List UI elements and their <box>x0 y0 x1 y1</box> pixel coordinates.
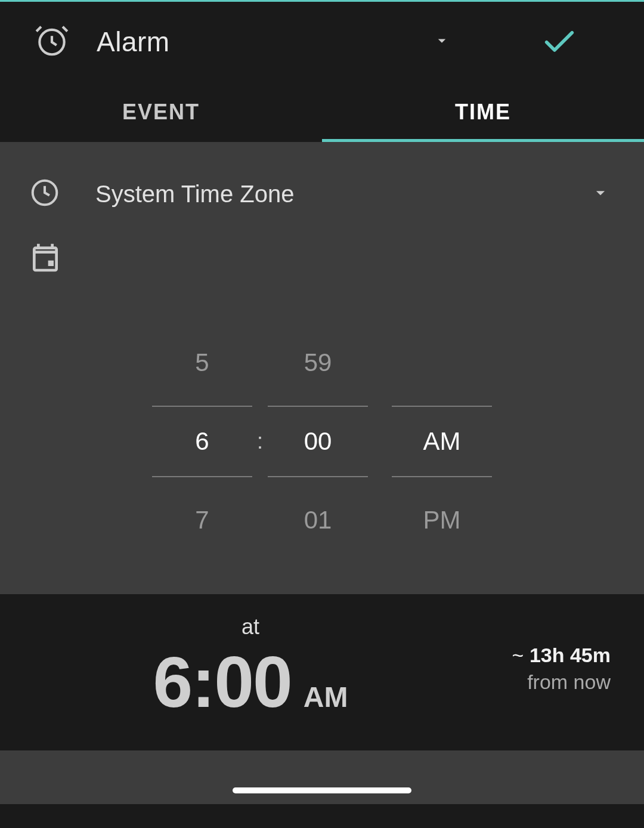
hour-selected: 6 <box>152 406 252 477</box>
summary-time-block: at 6:00 AM <box>33 614 467 723</box>
page-title: Alarm <box>97 26 415 58</box>
alarm-type-dropdown[interactable] <box>415 14 469 70</box>
svg-rect-2 <box>48 261 54 266</box>
tab-time[interactable]: TIME <box>322 82 644 142</box>
minute-selected: 00 <box>268 406 368 477</box>
ampm-selected: AM <box>392 406 492 477</box>
time-separator: : <box>257 429 263 454</box>
chevron-down-icon <box>586 177 615 211</box>
relative-prefix: ~ <box>512 644 530 666</box>
calendar-icon[interactable] <box>29 241 62 277</box>
home-indicator[interactable] <box>233 787 411 793</box>
hour-picker[interactable]: 5 6 7 <box>152 336 252 546</box>
hour-prev: 5 <box>152 336 252 389</box>
summary-relative: ~ 13h 45m from now <box>467 644 611 694</box>
summary-bar: at 6:00 AM ~ 13h 45m from now <box>0 594 644 750</box>
timezone-selector[interactable]: System Time Zone <box>29 177 615 211</box>
relative-value: 13h 45m <box>530 644 611 666</box>
alarm-clock-icon <box>33 22 70 61</box>
summary-hhmm: 6:00 <box>153 641 292 723</box>
time-picker: 5 6 7 : 59 00 01 AM PM <box>29 325 615 570</box>
clock-icon <box>29 177 61 211</box>
ampm-next: PM <box>392 494 492 546</box>
summary-relative-suffix: from now <box>467 671 611 694</box>
minute-prev: 59 <box>268 336 368 389</box>
minute-picker[interactable]: 59 00 01 <box>268 336 368 546</box>
header-bar: Alarm <box>0 2 644 82</box>
summary-ampm: AM <box>304 681 348 713</box>
calendar-row <box>29 241 615 277</box>
minute-next: 01 <box>268 494 368 546</box>
system-nav-bar <box>0 750 644 804</box>
timezone-label: System Time Zone <box>95 181 586 208</box>
summary-at-label: at <box>33 614 467 639</box>
summary-time-display: 6:00 AM <box>33 641 467 723</box>
hour-next: 7 <box>152 494 252 546</box>
ampm-picker[interactable]: AM PM <box>392 336 492 546</box>
time-tab-content: System Time Zone 5 6 7 : 59 00 01 <box>0 142 644 594</box>
summary-relative-time: ~ 13h 45m <box>467 644 611 667</box>
tab-event[interactable]: EVENT <box>0 82 322 142</box>
tab-bar: EVENT TIME <box>0 82 644 142</box>
ampm-prev <box>392 336 492 389</box>
confirm-button[interactable] <box>469 16 611 68</box>
